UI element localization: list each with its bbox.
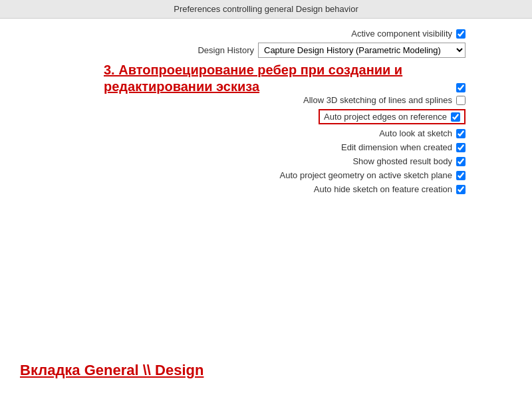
design-history-select[interactable]: Capture Design History (Parametric Model… bbox=[258, 43, 466, 58]
content-area: Active component visibility Design Histo… bbox=[0, 19, 532, 399]
auto-hide-sketch-checkbox[interactable] bbox=[456, 185, 466, 194]
auto-project-edges-box: Auto project edges on reference bbox=[319, 109, 466, 124]
show-ghosted-row: Show ghosted result body bbox=[13, 156, 519, 166]
allow-3d-label: Allow 3D sketching of lines and splines bbox=[303, 95, 452, 105]
edit-dimension-label: Edit dimension when created bbox=[341, 142, 452, 152]
design-history-row: Design History Capture Design History (P… bbox=[13, 43, 519, 58]
design-history-label: Design History bbox=[198, 45, 254, 55]
active-component-row: Active component visibility bbox=[13, 29, 519, 39]
edit-dimension-row: Edit dimension when created bbox=[13, 142, 519, 152]
auto-project-edges-checkbox[interactable] bbox=[451, 112, 460, 122]
show-ghosted-checkbox[interactable] bbox=[456, 157, 466, 166]
allow-3d-row: Allow 3D sketching of lines and splines bbox=[13, 95, 519, 105]
main-container: Preferences controlling general Design b… bbox=[0, 0, 532, 399]
top-annotation: 3. Автопроецирование ребер при создании … bbox=[104, 62, 450, 95]
sketch-annotation-checkbox[interactable] bbox=[456, 83, 466, 92]
auto-look-label: Auto look at sketch bbox=[379, 128, 452, 138]
auto-project-edges-label: Auto project edges on reference bbox=[324, 112, 447, 122]
auto-look-checkbox[interactable] bbox=[456, 129, 466, 138]
show-ghosted-label: Show ghosted result body bbox=[352, 156, 452, 166]
auto-project-geometry-row: Auto project geometry on active sketch p… bbox=[13, 170, 519, 180]
edit-dimension-checkbox[interactable] bbox=[456, 143, 466, 152]
active-component-checkbox[interactable] bbox=[456, 29, 466, 39]
dialog-title: Preferences controlling general Design b… bbox=[0, 0, 532, 19]
auto-project-geometry-checkbox[interactable] bbox=[456, 171, 466, 180]
allow-3d-checkbox[interactable] bbox=[456, 96, 466, 105]
active-component-label: Active component visibility bbox=[351, 29, 452, 39]
auto-hide-sketch-row: Auto hide sketch on feature creation bbox=[13, 184, 519, 194]
bottom-annotation: Вкладка General \\ Design bbox=[20, 362, 203, 379]
auto-project-edges-row: Auto project edges on reference bbox=[13, 109, 519, 124]
auto-look-row: Auto look at sketch bbox=[13, 128, 519, 138]
auto-project-geometry-label: Auto project geometry on active sketch p… bbox=[280, 170, 452, 180]
annotation-row: 3. Автопроецирование ребер при создании … bbox=[13, 62, 519, 95]
auto-hide-sketch-label: Auto hide sketch on feature creation bbox=[314, 184, 452, 194]
